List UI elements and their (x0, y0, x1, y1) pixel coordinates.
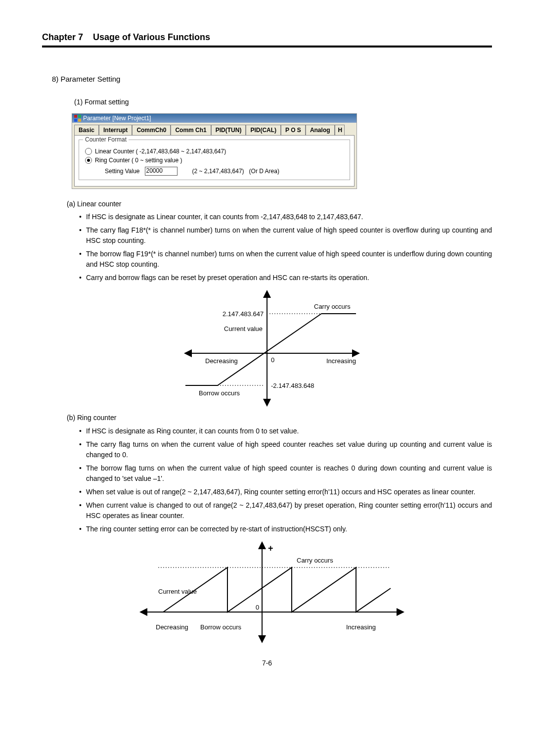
section-8-heading: 8) Parameter Setting (52, 75, 492, 83)
setting-area-text: (Or D Area) (249, 168, 279, 175)
tab-analog[interactable]: Analog (306, 125, 335, 135)
d1-borrow: Borrow occurs (199, 389, 240, 397)
section-8-number: 8) (52, 75, 58, 83)
window-title-icon (74, 115, 81, 122)
d2-plus: + (268, 543, 273, 553)
linear-bullets: If HSC is designate as Linear counter, i… (79, 212, 492, 283)
linear-counter-diagram: 2.147.483.647 Carry occurs Current value… (158, 289, 376, 408)
svg-line-4 (218, 314, 321, 385)
radio-linear[interactable] (85, 148, 92, 155)
d2-carry: Carry occurs (297, 557, 333, 564)
list-item: Carry and borrow flags can be reset by p… (79, 273, 492, 283)
d2-decreasing: Decreasing (156, 623, 188, 631)
d1-zero: 0 (271, 356, 274, 364)
window-title: Parameter [New Project1] (83, 115, 151, 122)
radio-ring-label: Ring Counter ( 0 ~ setting value ) (95, 157, 182, 164)
ring-heading: (b) Ring counter (67, 413, 492, 423)
tab-pid-tun[interactable]: PID(TUN) (211, 125, 246, 135)
d1-current-value: Current value (224, 325, 263, 332)
tab-commch1[interactable]: Comm Ch1 (171, 125, 211, 135)
chapter-number: Chapter 7 (42, 32, 83, 42)
radio-linear-label: Linear Counter ( -2,147,483,648 ~ 2,147,… (95, 148, 226, 155)
tab-pid-cal[interactable]: PID(CAL) (246, 125, 281, 135)
radio-ring[interactable] (85, 157, 92, 164)
list-item: When current value is changed to out of … (79, 500, 492, 521)
subsection-1-number: (1) (74, 98, 83, 106)
subsection-1-heading: (1) Format setting (74, 98, 492, 106)
chapter-title: Usage of Various Functions (93, 32, 210, 42)
list-item: The borrow flag F19*(* is channel number… (79, 249, 492, 270)
tab-row: Basic Interrupt CommCh0 Comm Ch1 PID(TUN… (72, 123, 356, 135)
setting-range-text: (2 ~ 2,147,483,647) (192, 168, 244, 175)
tab-pos[interactable]: P O S (281, 125, 306, 135)
d2-borrow: Borrow occurs (200, 623, 242, 631)
tab-extra-h[interactable]: H (335, 125, 345, 135)
page-footer: 7-6 (42, 659, 492, 667)
counter-format-group: Counter Format Linear Counter ( -2,147,4… (79, 140, 350, 180)
d1-carry: Carry occurs (314, 303, 351, 310)
list-item: The carry flag F18*(* is channel number)… (79, 225, 492, 246)
radio-linear-row[interactable]: Linear Counter ( -2,147,483,648 ~ 2,147,… (85, 148, 344, 155)
tab-basic[interactable]: Basic (74, 125, 99, 135)
list-item: The borrow flag turns on when the curren… (79, 463, 492, 484)
ring-bullets: If HSC is designate as Ring counter, it … (79, 426, 492, 534)
list-item: If HSC is designate as Linear counter, i… (79, 212, 492, 222)
parameter-window: Parameter [New Project1] Basic Interrupt… (72, 113, 357, 189)
window-titlebar: Parameter [New Project1] (72, 114, 356, 123)
d2-current-value: Current value (158, 588, 197, 595)
section-8-title: Parameter Setting (61, 75, 121, 83)
list-item: If HSC is designate as Ring counter, it … (79, 426, 492, 436)
linear-heading: (a) Linear counter (67, 199, 492, 209)
d1-bottom-value: -2.147.483.648 (271, 382, 314, 389)
d2-increasing: Increasing (346, 623, 376, 631)
subsection-1-title: Format setting (85, 98, 129, 106)
setting-value-label: Setting Value (105, 168, 140, 175)
tab-interrupt[interactable]: Interrupt (99, 125, 132, 135)
radio-ring-row[interactable]: Ring Counter ( 0 ~ setting value ) (85, 157, 344, 164)
d1-decreasing: Decreasing (205, 357, 238, 365)
d1-increasing: Increasing (326, 357, 356, 365)
tab-commch0[interactable]: CommCh0 (132, 125, 171, 135)
setting-value-row: Setting Value 20000 (2 ~ 2,147,483,647) … (105, 167, 344, 176)
group-title: Counter Format (83, 136, 129, 143)
list-item: The ring counter setting error can be co… (79, 524, 492, 534)
ring-counter-diagram: + Carry occurs Current value 0 Decreasin… (114, 540, 420, 644)
chapter-header: Chapter 7 Usage of Various Functions (42, 32, 492, 47)
list-item: The carry flag turns on when the current… (79, 439, 492, 460)
d1-top-value: 2.147.483.647 (222, 310, 264, 318)
setting-value-input[interactable]: 20000 (145, 167, 178, 176)
d2-zero: 0 (256, 604, 259, 611)
window-body: Counter Format Linear Counter ( -2,147,4… (74, 135, 355, 187)
list-item: When set value is out of range(2 ~ 2,147… (79, 487, 492, 497)
